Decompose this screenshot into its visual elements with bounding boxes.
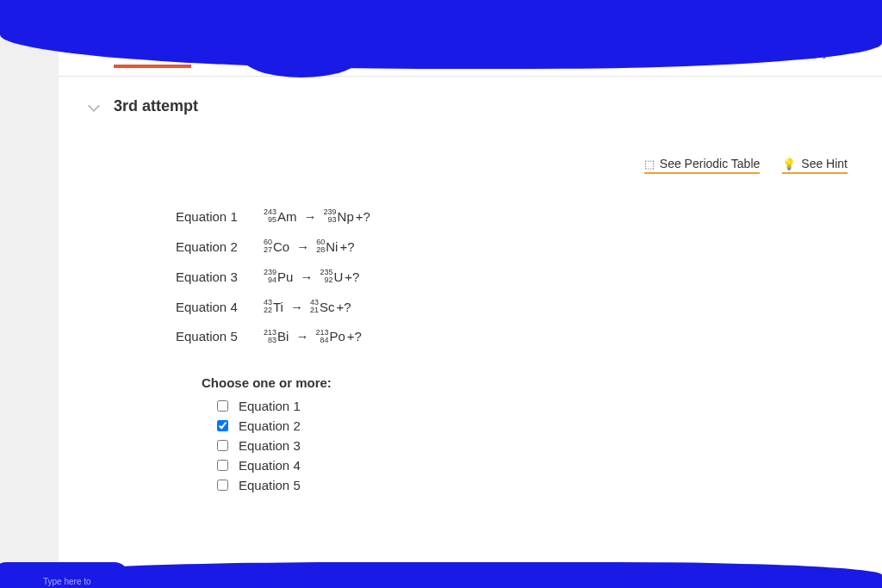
nuclide-scripts: 24395: [264, 208, 276, 225]
atomic-number: 22: [264, 306, 272, 314]
arrow-icon: →: [296, 239, 309, 254]
arrow-icon: →: [300, 269, 313, 284]
nuclide: 6028Ni: [316, 238, 338, 255]
element-symbol: Ni: [326, 239, 338, 254]
choice-checkbox[interactable]: [217, 400, 228, 412]
equation-row: Equation 44322Ti→4321Sc+?: [176, 299, 851, 315]
chevron-down-icon: [88, 99, 100, 111]
page-gutter: [0, 26, 59, 571]
choices-title: Choose one or more:: [202, 375, 851, 390]
nuclide: 23993Np: [324, 208, 354, 225]
atomic-number: 28: [316, 246, 325, 254]
nuclide-scripts: 4321: [310, 299, 319, 315]
equation-row: Equation 26027Co→6028Ni+?: [176, 238, 851, 255]
equation-label: Equation 3: [176, 269, 262, 284]
equation-tail: +?: [345, 269, 359, 284]
atomic-number: 92: [324, 276, 332, 284]
nuclide-scripts: 4322: [264, 299, 272, 315]
arrow-icon: →: [290, 300, 303, 314]
choices-list: Equation 1Equation 2Equation 3Equation 4…: [202, 399, 851, 492]
lightbulb-icon: 💡: [782, 158, 796, 170]
attempt-section: 3rd attempt ⬚ See Periodic Table 💡 See H…: [59, 77, 882, 515]
nuclide: 4321Sc: [310, 299, 335, 315]
periodic-table-label: See Periodic Table: [660, 157, 760, 170]
element-symbol: Am: [277, 209, 297, 224]
choice-checkbox[interactable]: [217, 440, 228, 451]
nuclide: 21383Bi: [264, 329, 289, 345]
nuclide: 24395Am: [264, 208, 297, 225]
choice-label: Equation 2: [239, 418, 301, 433]
tools-row: ⬚ See Periodic Table 💡 See Hint: [90, 122, 851, 183]
element-symbol: Po: [329, 329, 345, 344]
periodic-table-link[interactable]: ⬚ See Periodic Table: [644, 157, 760, 174]
element-symbol: U: [333, 269, 343, 284]
equation-row: Equation 521383Bi→21384Po+?: [176, 329, 851, 345]
nuclide-scripts: 23994: [264, 269, 276, 285]
nuclide: 6027Co: [264, 238, 289, 255]
element-symbol: Sc: [320, 300, 335, 314]
nuclide: 21384Po: [315, 329, 345, 345]
equation-label: Equation 1: [176, 209, 262, 224]
choice-row[interactable]: Equation 4: [202, 458, 851, 473]
choice-label: Equation 4: [239, 458, 301, 473]
choice-label: Equation 1: [239, 399, 301, 413]
table-icon: ⬚: [644, 158, 655, 170]
choice-row[interactable]: Equation 5: [202, 478, 851, 492]
element-symbol: Pu: [277, 269, 293, 284]
equation-tail: +?: [356, 209, 370, 224]
question-card: Select the incomplete nuclear equation b…: [59, 26, 882, 571]
nuclide: 23994Pu: [264, 269, 293, 285]
nuclide: 23592U: [320, 269, 343, 285]
equation-row: Equation 124395Am→23993Np+?: [176, 208, 851, 225]
choice-label: Equation 5: [239, 478, 301, 492]
see-hint-link[interactable]: 💡 See Hint: [782, 157, 848, 174]
atomic-number: 94: [268, 276, 276, 284]
nuclide-scripts: 23993: [324, 208, 337, 225]
choice-row[interactable]: Equation 3: [202, 438, 851, 453]
atomic-number: 95: [268, 216, 276, 224]
element-symbol: Bi: [277, 329, 289, 344]
equation-label: Equation 4: [176, 300, 262, 314]
nuclide: 4322Ti: [264, 299, 283, 315]
atomic-number: 21: [310, 306, 319, 314]
atomic-number: 93: [328, 216, 337, 224]
choice-label: Equation 3: [239, 438, 301, 453]
redaction-top: [0, 0, 882, 69]
nuclide-scripts: 6028: [316, 238, 325, 255]
equation-label: Equation 2: [176, 239, 262, 254]
atomic-number: 84: [320, 337, 328, 344]
redaction-bottom: [0, 562, 882, 588]
arrow-icon: →: [295, 329, 308, 344]
element-symbol: Ti: [273, 300, 283, 314]
equations-list: Equation 124395Am→23993Np+?Equation 2602…: [90, 183, 851, 367]
equation-row: Equation 323994Pu→23592U+?: [176, 269, 851, 285]
attempt-label-text: 3rd attempt: [114, 97, 198, 115]
nuclide-scripts: 21383: [264, 329, 276, 345]
equation-tail: +?: [337, 300, 351, 314]
choice-row[interactable]: Equation 1: [202, 399, 851, 413]
choice-checkbox[interactable]: [217, 460, 228, 471]
attempt-title: 3rd attempt: [114, 97, 198, 115]
nuclide-scripts: 23592: [320, 269, 332, 285]
attempt-header[interactable]: 3rd attempt: [90, 77, 851, 122]
equation-tail: +?: [347, 329, 362, 344]
equation-tail: +?: [339, 239, 354, 254]
choice-checkbox[interactable]: [217, 420, 228, 431]
atomic-number: 83: [268, 337, 276, 344]
equation-label: Equation 5: [176, 329, 262, 344]
see-hint-label: See Hint: [801, 157, 848, 170]
element-symbol: Np: [338, 209, 354, 224]
element-symbol: Co: [273, 239, 289, 254]
choices-block: Choose one or more: Equation 1Equation 2…: [90, 367, 851, 492]
taskbar-text: Type here to: [43, 577, 91, 586]
nuclide-scripts: 21384: [315, 329, 328, 345]
arrow-icon: →: [304, 209, 317, 224]
choice-checkbox[interactable]: [217, 480, 228, 491]
choice-row[interactable]: Equation 2: [202, 418, 851, 433]
atomic-number: 27: [264, 246, 272, 254]
nuclide-scripts: 6027: [264, 238, 272, 255]
